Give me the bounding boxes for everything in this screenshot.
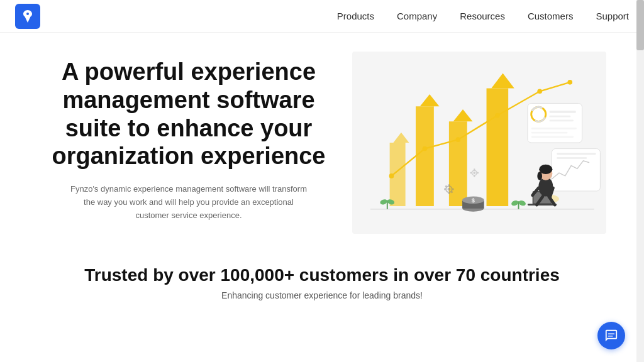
logo[interactable] (15, 4, 40, 29)
svg-rect-37 (550, 111, 576, 113)
chat-icon (604, 329, 618, 343)
svg-rect-28 (470, 172, 472, 173)
stats-title: Trusted by over 100,000+ customers in ov… (13, 265, 631, 285)
svg-rect-43 (552, 149, 600, 191)
svg-point-25 (473, 172, 475, 174)
svg-point-13 (495, 113, 500, 118)
svg-rect-42 (531, 136, 574, 138)
svg-rect-45 (557, 157, 587, 159)
svg-rect-20 (444, 189, 447, 190)
hero-illustration: $ (352, 52, 606, 234)
svg-rect-18 (448, 184, 450, 187)
svg-rect-27 (474, 175, 475, 177)
svg-point-14 (537, 89, 542, 94)
svg-point-17 (448, 188, 451, 191)
hero-section: A powerful experience management softwar… (0, 33, 644, 246)
hero-subtitle: Fynzo's dynamic experience management so… (69, 183, 308, 222)
svg-marker-2 (416, 106, 434, 206)
header: Products Company Resources Customers Sup… (0, 0, 644, 33)
hero-text: A powerful experience management softwar… (50, 52, 327, 234)
fynzo-logo-svg (20, 9, 35, 24)
nav-products[interactable]: Products (337, 11, 374, 21)
svg-point-10 (389, 173, 394, 178)
nav-company[interactable]: Company (397, 11, 437, 21)
hero-title: A powerful experience management softwar… (50, 58, 327, 170)
svg-rect-40 (531, 128, 577, 129)
stats-section: Trusted by over 100,000+ customers in ov… (0, 246, 644, 307)
nav-customers[interactable]: Customers (528, 11, 574, 21)
svg-rect-39 (550, 119, 574, 121)
nav-resources[interactable]: Resources (460, 11, 505, 21)
svg-rect-49 (528, 204, 557, 206)
svg-text:$: $ (472, 197, 475, 204)
main-nav: Products Company Resources Customers Sup… (337, 11, 629, 21)
svg-marker-6 (487, 88, 509, 206)
svg-rect-26 (474, 168, 475, 170)
scrollbar[interactable] (636, 0, 644, 362)
stats-subtitle: Enhancing customer experience for leadin… (13, 290, 631, 300)
svg-rect-21 (452, 189, 454, 190)
svg-point-15 (567, 80, 572, 85)
svg-rect-41 (531, 132, 568, 134)
chat-button[interactable] (597, 322, 625, 349)
nav-support[interactable]: Support (596, 11, 629, 21)
svg-rect-38 (550, 116, 571, 118)
svg-rect-44 (557, 153, 596, 155)
logo-icon (15, 4, 40, 29)
hero-image: $ (352, 52, 606, 234)
svg-rect-19 (448, 192, 450, 194)
svg-rect-29 (477, 172, 479, 173)
scrollbar-thumb[interactable] (636, 0, 644, 50)
svg-point-53 (537, 172, 542, 180)
svg-marker-4 (449, 121, 467, 206)
svg-point-11 (423, 146, 428, 151)
svg-point-12 (455, 137, 460, 142)
